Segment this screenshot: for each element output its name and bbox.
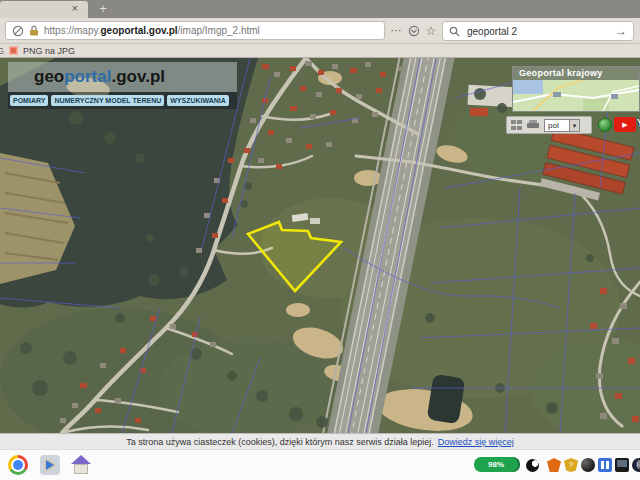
tray-pause-icon[interactable]	[598, 458, 612, 472]
cookie-notice: Ta strona używa ciasteczek (cookies), dz…	[0, 433, 640, 449]
battery-indicator[interactable]: 98%	[474, 457, 518, 472]
print-icon[interactable]	[527, 120, 539, 130]
tracking-protection-icon[interactable]	[12, 25, 24, 37]
minimap-canvas[interactable]	[513, 80, 639, 111]
tray-globe-icon[interactable]	[581, 458, 595, 472]
lock-icon[interactable]	[29, 25, 39, 36]
cookie-text: Ta strona używa ciasteczek (cookies), dz…	[126, 437, 434, 447]
bookmark-favicon	[9, 46, 18, 55]
bookmark-partial[interactable]: G	[0, 46, 4, 56]
browser-navbar: https://mapy.geoportal.gov.pl/imap/Imgp_…	[0, 18, 640, 44]
tray-fox-icon[interactable]	[547, 458, 561, 472]
language-select[interactable]: pol ▾	[544, 119, 580, 132]
active-tab[interactable]: ×	[0, 1, 88, 18]
menu-item-pomiary[interactable]: POMIARY	[10, 95, 48, 106]
tab-close-icon[interactable]: ×	[72, 2, 78, 14]
geoportal-logo[interactable]: geoportal.gov.pl	[8, 62, 237, 92]
minimap-title: Geoportal krajowy	[513, 67, 639, 80]
bookmarks-bar: G PNG na JPG	[0, 44, 640, 58]
search-submit-icon[interactable]: →	[615, 24, 627, 38]
url-text: https://mapy.geoportal.gov.pl/imap/Imgp_…	[44, 25, 260, 36]
youtube-icon[interactable]: ▶	[614, 117, 636, 132]
globe-icon[interactable]	[598, 118, 612, 132]
language-value: pol	[545, 121, 569, 130]
tray-display-icon[interactable]	[615, 458, 629, 472]
chrome-icon[interactable]	[8, 455, 28, 475]
tray-shield-icon[interactable]: ?	[564, 458, 578, 472]
map-toolbar: pol ▾	[506, 116, 592, 134]
search-box[interactable]: →	[442, 21, 634, 41]
page-actions-icon[interactable]: ⋯	[388, 21, 404, 40]
media-player-icon[interactable]	[40, 455, 60, 475]
menu-item-wyszukiwania[interactable]: WYSZUKIWANIA	[167, 95, 229, 106]
geoportal-menu: POMIARY NUMERYCZNY MODEL TERENU WYSZUKIW…	[8, 92, 237, 109]
system-tray: ? B	[547, 458, 640, 472]
aerial-map-canvas[interactable]	[0, 58, 640, 433]
search-icon	[449, 26, 460, 37]
url-bar[interactable]: https://mapy.geoportal.gov.pl/imap/Imgp_…	[5, 21, 385, 40]
browser-tab-strip: × +	[0, 0, 640, 18]
home-app-icon[interactable]	[70, 454, 92, 476]
overview-minimap[interactable]: Geoportal krajowy	[512, 66, 640, 112]
moon-icon[interactable]	[526, 459, 539, 472]
search-input[interactable]	[465, 25, 610, 38]
new-tab-button[interactable]: +	[94, 0, 112, 17]
menu-item-nmt[interactable]: NUMERYCZNY MODEL TERENU	[51, 95, 164, 106]
bookmark-star-icon[interactable]: ☆	[423, 21, 439, 40]
chevron-down-icon[interactable]: ▾	[569, 120, 579, 131]
cookie-more-link[interactable]: Dowiedz się więcej	[438, 437, 514, 447]
taskbar: 98% ? B P	[0, 449, 640, 480]
layers-grid-icon[interactable]	[511, 120, 522, 130]
geoportal-header-panel: geoportal.gov.pl POMIARY NUMERYCZNY MODE…	[8, 62, 237, 109]
map-viewport: geoportal.gov.pl POMIARY NUMERYCZNY MODE…	[0, 58, 640, 433]
bookmark-item[interactable]: PNG na JPG	[23, 46, 75, 56]
pocket-icon[interactable]	[406, 21, 422, 40]
desktop-screen: × + https://mapy.geoportal.gov.pl/imap/I…	[0, 0, 640, 480]
